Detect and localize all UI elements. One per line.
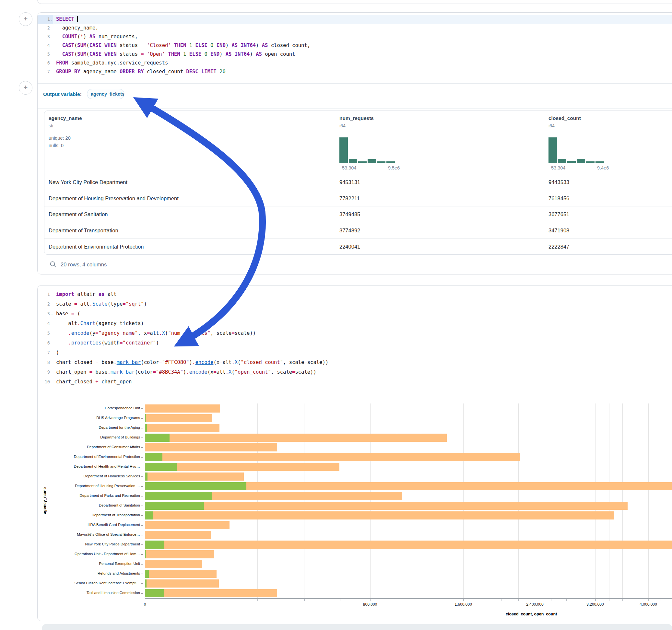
code-text: FROM sample_data.nyc.service_requests [53, 59, 168, 67]
code-text: scale = alt.Scale(type="sqrt") [53, 299, 147, 309]
table-row[interactable]: Department of Transportation377489234719… [44, 222, 672, 239]
output-variable-label: Output variable: [43, 91, 82, 97]
column-header[interactable]: num_requests [339, 115, 374, 121]
line-number: 1 [38, 289, 53, 299]
table-row[interactable]: New York City Police Department945313194… [44, 174, 672, 190]
table-cell: 2240041 [339, 244, 360, 250]
code-line[interactable]: 3⌄base = ( [38, 309, 672, 319]
text-cursor [77, 16, 78, 22]
table-row-count: 20 rows, 4 columns [61, 262, 107, 268]
code-line[interactable]: 3 COUNT(*) AS num_requests, [38, 32, 672, 41]
code-text: CAST(SUM(CASE WHEN status = 'Closed' THE… [53, 41, 310, 50]
code-line[interactable]: 1import altair as alt [38, 289, 672, 299]
table-cell: Department of Environmental Protection [49, 244, 144, 250]
code-text: agency_name, [53, 24, 99, 32]
python-code-editor[interactable]: 1import altair as alt2scale = alt.Scale(… [38, 289, 672, 387]
histogram-bar [368, 159, 376, 163]
table-cell: Department of Transportation [49, 227, 118, 234]
column-dtype: i64 [339, 123, 345, 128]
table-cell: 2222847 [549, 244, 569, 250]
line-number: 4 [38, 319, 53, 328]
table-body: New York City Police Department945313194… [44, 174, 672, 255]
output-variable-row: Output variable: agency_tickets [38, 83, 672, 108]
line-number: 10 [38, 377, 53, 387]
code-text: CAST(SUM(CASE WHEN status = 'Open' THEN … [53, 50, 295, 59]
code-line[interactable]: 9chart_open = base.mark_bar(color="#8BC3… [38, 367, 672, 377]
code-text: .encode(y="agency_name", x=alt.X("num_re… [53, 328, 256, 338]
chevron-down-icon[interactable]: ⌄ [51, 15, 52, 24]
histogram-bar [386, 162, 395, 163]
code-text: COUNT(*) AS num_requests, [53, 32, 138, 41]
table-cell: 9443533 [549, 179, 569, 185]
histogram-bar [596, 162, 604, 163]
line-number: 5 [38, 328, 53, 338]
line-number: 3 [38, 32, 53, 41]
line-number: 2 [38, 24, 53, 32]
table-cell: 3749485 [339, 211, 360, 217]
table-row[interactable]: Department of Sanitation37494853677651 [44, 206, 672, 223]
column-header[interactable]: closed_count [549, 115, 581, 121]
code-line[interactable]: 5 .encode(y="agency_name", x=alt.X("num_… [38, 328, 672, 338]
column-histogram[interactable] [339, 138, 395, 163]
line-number: 3⌄ [38, 309, 53, 319]
code-line[interactable]: 1⌄SELECT [38, 15, 672, 24]
code-text: chart_closed + chart_open [53, 377, 131, 387]
code-line[interactable]: 6FROM sample_data.nyc.service_requests [38, 59, 672, 67]
table-row[interactable]: Department of Housing Preservation and D… [44, 190, 672, 207]
table-cell: New York City Police Department [49, 179, 127, 185]
histogram-bar [377, 162, 385, 163]
histogram-max-label: 9.4e6 [597, 165, 609, 170]
column-header[interactable]: agency_name [49, 115, 82, 121]
histogram-min-label: 53,304 [551, 165, 565, 170]
code-text: chart_open = base.mark_bar(color="#8BC34… [53, 367, 316, 377]
code-line[interactable]: 10chart_closed + chart_open [38, 377, 672, 387]
histogram-max-label: 9.5e6 [388, 165, 400, 170]
code-line[interactable]: 6 .properties(width="container") [38, 338, 672, 348]
code-line[interactable]: 2scale = alt.Scale(type="sqrt") [38, 299, 672, 309]
histogram-bar [549, 138, 557, 163]
code-line[interactable]: 4 alt.Chart(agency_tickets) [38, 319, 672, 328]
table-cell: 7782211 [339, 195, 360, 201]
column-histogram[interactable] [549, 138, 604, 163]
histogram-bar [558, 159, 566, 163]
add-cell-button[interactable]: + [19, 12, 32, 26]
code-line[interactable]: 7) [38, 348, 672, 358]
table-cell: 3471908 [549, 227, 569, 234]
column-stat: unique: 20 [49, 136, 71, 141]
chevron-down-icon[interactable]: ⌄ [51, 309, 52, 319]
histogram-bar [358, 162, 367, 163]
sql-code-editor[interactable]: 1⌄SELECT 2 agency_name,3 COUNT(*) AS num… [38, 15, 672, 76]
line-number: 9 [38, 367, 53, 377]
code-text: .properties(width="container") [53, 338, 159, 348]
table-row[interactable]: Department of Environmental Protection22… [44, 238, 672, 255]
line-number: 5 [38, 50, 53, 59]
code-line[interactable]: 2 agency_name, [38, 24, 672, 32]
code-line[interactable]: 5 CAST(SUM(CASE WHEN status = 'Open' THE… [38, 50, 672, 59]
line-number: 6 [38, 338, 53, 348]
histogram-bar [349, 159, 357, 163]
table-cell: 7618456 [549, 195, 569, 201]
histogram-bar [577, 159, 585, 163]
code-text: chart_closed = base.mark_bar(color="#FFC… [53, 358, 328, 367]
code-line[interactable]: 7GROUP BY agency_name ORDER BY closed_co… [38, 67, 672, 76]
column-stat: nulls: 0 [49, 143, 64, 148]
line-number: 7 [38, 67, 53, 76]
dataframe-preview-table: agency_namestrunique: 20nulls: 0num_requ… [44, 111, 672, 255]
next-cell-edge [42, 624, 672, 630]
line-number: 4 [38, 41, 53, 50]
code-line[interactable]: 4 CAST(SUM(CASE WHEN status = 'Closed' T… [38, 41, 672, 50]
histogram-bar [567, 161, 576, 163]
search-icon[interactable] [50, 261, 57, 268]
line-number: 7 [38, 348, 53, 358]
table-cell: Department of Sanitation [49, 211, 108, 217]
code-line[interactable]: 8chart_closed = base.mark_bar(color="#FF… [38, 358, 672, 367]
histogram-min-label: 53,304 [342, 165, 356, 170]
output-variable-pill[interactable]: agency_tickets [87, 89, 124, 99]
add-cell-button[interactable]: + [19, 81, 32, 95]
code-text: base = ( [53, 309, 80, 319]
line-number: 8 [38, 358, 53, 367]
table-cell: 3774892 [339, 227, 360, 234]
line-number: 6 [38, 59, 53, 67]
line-number: 1⌄ [38, 15, 53, 24]
table-cell: 9453131 [339, 179, 360, 185]
